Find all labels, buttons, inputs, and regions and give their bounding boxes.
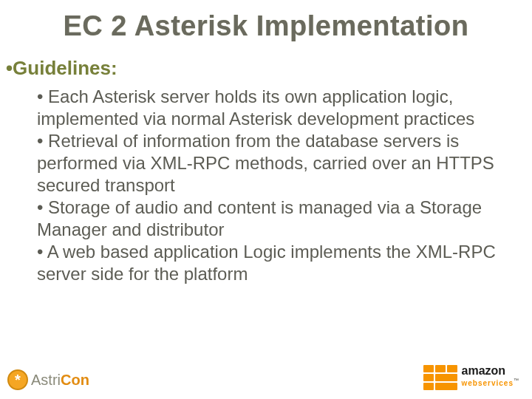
aws-wordmark: amazon webservices™ [462, 365, 519, 387]
slide-title: EC 2 Asterisk Implementation [0, 0, 532, 42]
list-item: • A web based application Logic implemen… [37, 241, 510, 285]
section-bullet: • [6, 57, 13, 79]
aws-word-bottom: webservices [462, 378, 514, 386]
asterisk-icon: * [7, 369, 28, 390]
section-heading: •Guidelines: [6, 57, 532, 80]
aws-word-top: amazon [462, 364, 506, 377]
list-item: • Storage of audio and content is manage… [37, 197, 510, 241]
list-item: • Retrieval of information from the data… [37, 130, 510, 197]
footer: * AstriCon amazon webservices™ [0, 353, 532, 395]
astricon-logo: * AstriCon [7, 369, 89, 390]
astricon-word-b: Con [61, 372, 89, 388]
section-heading-text: Guidelines: [13, 57, 117, 79]
list-item-text: Storage of audio and content is managed … [37, 197, 482, 239]
aws-cubes-icon [423, 365, 457, 390]
aws-tm: ™ [514, 378, 519, 383]
list-item-text: Retrieval of information from the databa… [37, 131, 494, 195]
list-item-text: Each Asterisk server holds its own appli… [37, 86, 474, 129]
astricon-wordmark: AstriCon [31, 372, 89, 389]
list-item-text: A web based application Logic implements… [37, 242, 496, 284]
aws-logo: amazon webservices™ [423, 365, 519, 390]
astricon-word-a: Astri [31, 372, 61, 388]
bullet-list: • Each Asterisk server holds its own app… [37, 86, 510, 285]
list-item: • Each Asterisk server holds its own app… [37, 86, 510, 130]
slide: EC 2 Asterisk Implementation •Guidelines… [0, 0, 532, 399]
